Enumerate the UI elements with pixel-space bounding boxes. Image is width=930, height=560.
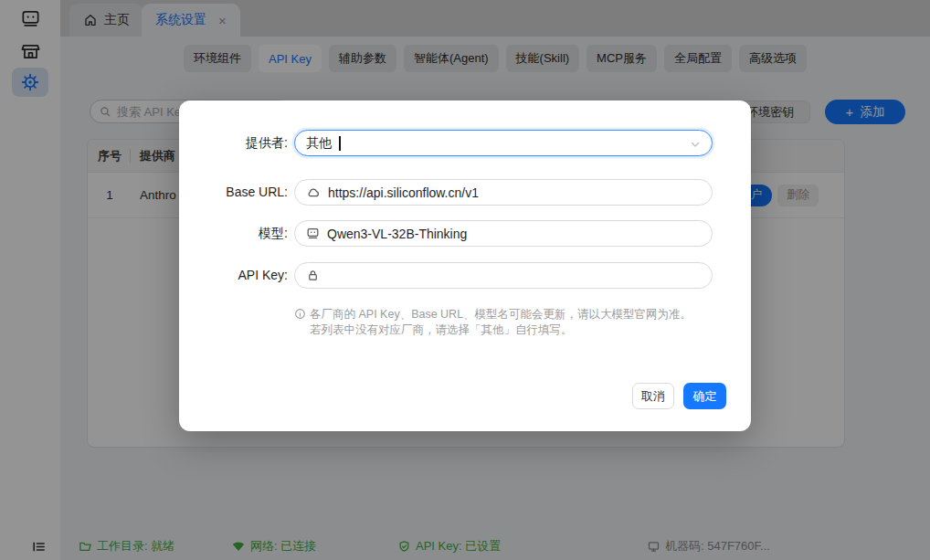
provider-select[interactable]: 其他 bbox=[294, 130, 713, 156]
ok-button[interactable]: 确定 bbox=[683, 383, 726, 409]
base-url-input[interactable]: https://api.siliconflow.cn/v1 bbox=[294, 179, 713, 206]
model-label: 模型: bbox=[179, 220, 288, 247]
info-icon bbox=[294, 308, 306, 337]
text-cursor bbox=[339, 136, 341, 151]
robot-icon bbox=[306, 227, 320, 240]
app-window: 主页 系统设置 × 环境组件 API Key 辅助参数 智能体(Agent) 技… bbox=[0, 0, 930, 560]
cancel-button[interactable]: 取消 bbox=[632, 383, 674, 409]
provider-label: 提供者: bbox=[179, 130, 288, 156]
api-key-input[interactable] bbox=[294, 262, 713, 289]
chevron-down-icon[interactable] bbox=[689, 138, 702, 151]
lock-icon bbox=[306, 269, 320, 282]
model-input[interactable]: Qwen3-VL-32B-Thinking bbox=[294, 220, 713, 247]
provider-value: 其他 bbox=[306, 135, 332, 152]
base-url-value: https://api.siliconflow.cn/v1 bbox=[328, 185, 479, 200]
note-line-2: 若列表中没有对应厂商，请选择「其他」自行填写。 bbox=[310, 322, 692, 338]
base-url-label: Base URL: bbox=[179, 179, 288, 206]
model-value: Qwen3-VL-32B-Thinking bbox=[327, 227, 467, 241]
dialog-note: 各厂商的 API Key、Base URL、模型名可能会更新，请以大模型官网为准… bbox=[294, 307, 714, 337]
cloud-icon bbox=[306, 185, 321, 200]
note-line-1: 各厂商的 API Key、Base URL、模型名可能会更新，请以大模型官网为准… bbox=[310, 307, 692, 322]
api-key-dialog: 提供者: 其他 Base URL: https://api.siliconflo… bbox=[179, 100, 751, 431]
api-key-label: API Key: bbox=[179, 262, 288, 289]
